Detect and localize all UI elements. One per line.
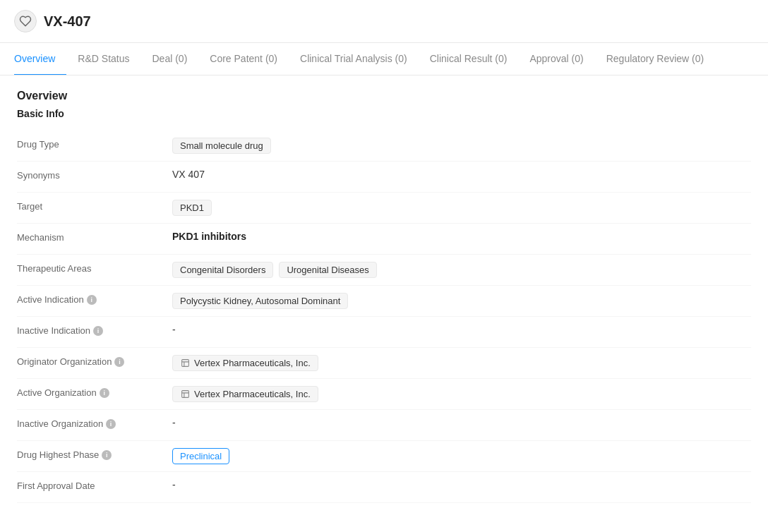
text-inactive-indication: - (172, 324, 176, 335)
text-inactive-org: - (172, 417, 176, 428)
value-inactive-org: - (172, 417, 751, 428)
label-therapeutic-areas: Therapeutic Areas (17, 262, 172, 274)
tag-active-indication[interactable]: Polycystic Kidney, Autosomal Dominant (172, 293, 348, 309)
value-therapeutic-areas: Congenital Disorders Urogenital Diseases (172, 262, 751, 278)
field-therapeutic-areas: Therapeutic Areas Congenital Disorders U… (17, 255, 751, 286)
value-active-org: Vertex Pharmaceuticals, Inc. (172, 386, 751, 402)
tag-active-org[interactable]: Vertex Pharmaceuticals, Inc. (172, 386, 318, 402)
label-inactive-org: Inactive Organization i (17, 417, 172, 429)
section-title: Overview (17, 90, 751, 102)
tag-preclinical[interactable]: Preclinical (172, 448, 229, 464)
value-target: PKD1 (172, 200, 751, 216)
tab-clinical-result[interactable]: Clinical Result (0) (419, 43, 519, 75)
text-mechanism: PKD1 inhibitors (172, 231, 246, 242)
field-inactive-org: Inactive Organization i - (17, 410, 751, 441)
text-active-org: Vertex Pharmaceuticals, Inc. (194, 389, 311, 399)
field-originator-org: Originator Organization i Vertex Pharmac… (17, 348, 751, 379)
label-mechanism: Mechanism (17, 231, 172, 243)
field-active-org: Active Organization i Vertex Pharmaceuti… (17, 379, 751, 410)
label-active-org: Active Organization i (17, 386, 172, 398)
basic-info-subtitle: Basic Info (17, 108, 751, 119)
field-drug-type: Drug Type Small molecule drug (17, 131, 751, 162)
tab-core-patent[interactable]: Core Patent (0) (198, 43, 289, 75)
info-icon-inactive-indication[interactable]: i (93, 326, 103, 336)
org-icon-originator (180, 358, 190, 368)
drug-icon (14, 10, 37, 32)
field-mechanism: Mechanism PKD1 inhibitors (17, 224, 751, 255)
page-header: VX-407 (0, 0, 768, 43)
tag-originator-org[interactable]: Vertex Pharmaceuticals, Inc. (172, 355, 318, 371)
org-icon-active (180, 389, 190, 399)
label-target: Target (17, 200, 172, 212)
info-icon-active-indication[interactable]: i (87, 295, 97, 305)
tag-urogenital[interactable]: Urogenital Diseases (279, 262, 376, 278)
svg-rect-1 (181, 391, 188, 398)
field-inactive-indication: Inactive Indication i - (17, 317, 751, 348)
tag-congenital[interactable]: Congenital Disorders (172, 262, 273, 278)
tab-regulatory-review[interactable]: Regulatory Review (0) (595, 43, 716, 75)
field-target: Target PKD1 (17, 193, 751, 224)
text-first-approval-date: - (172, 479, 176, 490)
svg-rect-0 (181, 360, 188, 367)
tab-approval[interactable]: Approval (0) (518, 43, 594, 75)
info-icon-drug-phase[interactable]: i (102, 450, 112, 460)
value-drug-highest-phase: Preclinical (172, 448, 751, 464)
tag-drug-type: Small molecule drug (172, 138, 271, 154)
tab-rd-status[interactable]: R&D Status (66, 43, 140, 75)
value-inactive-indication: - (172, 324, 751, 335)
tab-overview[interactable]: Overview (14, 43, 66, 75)
field-active-indication: Active Indication i Polycystic Kidney, A… (17, 286, 751, 317)
label-drug-highest-phase: Drug Highest Phase i (17, 448, 172, 460)
tab-deal[interactable]: Deal (0) (141, 43, 199, 75)
tab-clinical-trial[interactable]: Clinical Trial Analysis (0) (289, 43, 419, 75)
info-icon-originator[interactable]: i (114, 357, 124, 367)
drug-title: VX-407 (44, 13, 91, 30)
label-synonyms: Synonyms (17, 169, 172, 181)
label-inactive-indication: Inactive Indication i (17, 324, 172, 336)
value-mechanism: PKD1 inhibitors (172, 231, 751, 242)
info-icon-inactive-org[interactable]: i (106, 419, 116, 429)
tag-target[interactable]: PKD1 (172, 200, 212, 216)
content-area: Overview Basic Info Drug Type Small mole… (0, 75, 768, 517)
field-synonyms: Synonyms VX 407 (17, 162, 751, 193)
label-first-approval-date: First Approval Date (17, 479, 172, 491)
label-active-indication: Active Indication i (17, 293, 172, 305)
field-first-approval-date: First Approval Date - (17, 472, 751, 503)
tabs-container: Overview R&D Status Deal (0) Core Patent… (0, 43, 768, 75)
label-originator-org: Originator Organization i (17, 355, 172, 367)
value-first-approval-date: - (172, 479, 751, 490)
value-originator-org: Vertex Pharmaceuticals, Inc. (172, 355, 751, 371)
field-drug-highest-phase: Drug Highest Phase i Preclinical (17, 441, 751, 472)
text-synonyms: VX 407 (172, 169, 205, 180)
value-active-indication: Polycystic Kidney, Autosomal Dominant (172, 293, 751, 309)
value-synonyms: VX 407 (172, 169, 751, 180)
text-originator-org: Vertex Pharmaceuticals, Inc. (194, 358, 311, 368)
value-drug-type: Small molecule drug (172, 138, 751, 154)
info-icon-active-org[interactable]: i (100, 388, 109, 398)
label-drug-type: Drug Type (17, 138, 172, 150)
